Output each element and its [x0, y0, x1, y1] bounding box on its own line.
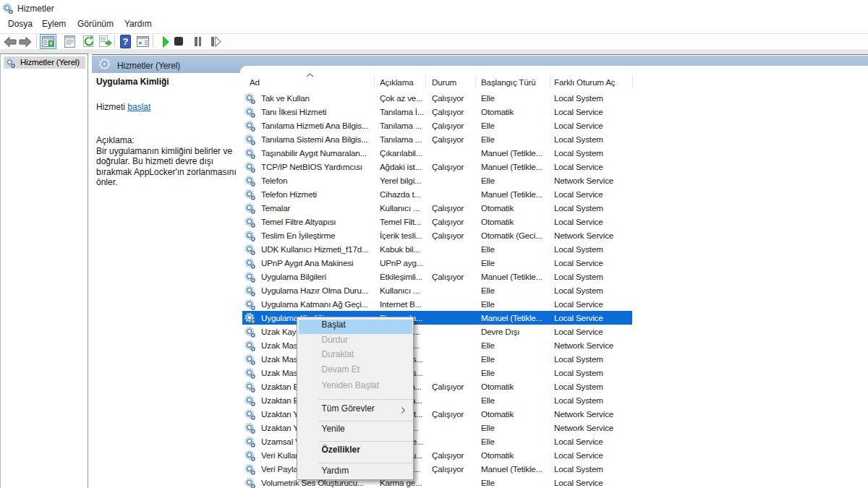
svg-text:?: ? — [123, 36, 129, 47]
